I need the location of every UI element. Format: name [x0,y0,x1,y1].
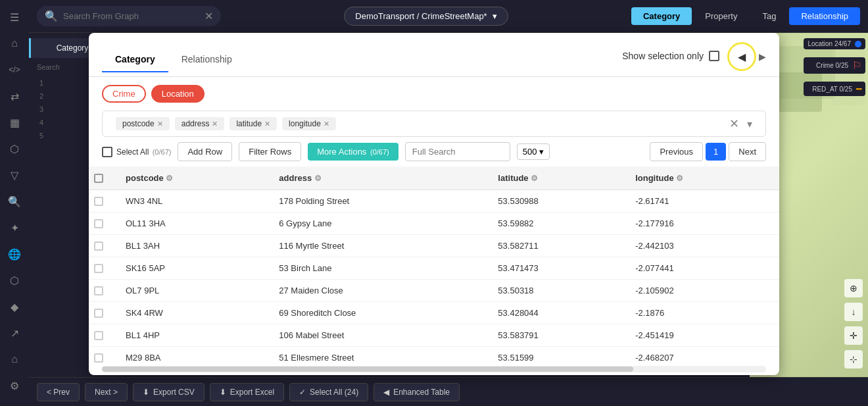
select-all-bottom-button[interactable]: ✓ Select All (24) [289,383,368,401]
tab-property[interactable]: Property [693,7,749,25]
export-csv-button[interactable]: ⬇ Export CSV [133,383,205,401]
page-size-chevron[interactable]: ▾ [539,147,544,157]
house-icon[interactable]: ⌂ [3,347,26,371]
previous-button[interactable]: Previous [650,142,703,161]
filter-rows-button[interactable]: Filter Rows [239,142,301,161]
export-excel-button[interactable]: ⬇ Export Excel [210,383,284,401]
add-row-button[interactable]: Add Row [178,142,232,161]
row-checkbox-1[interactable] [89,213,115,235]
badge-location: Location 24/67 [804,38,865,49]
grid-icon[interactable]: ▦ [3,111,26,134]
select-all-checkbox[interactable] [102,147,112,157]
map-move-icon[interactable]: ✛ [844,326,863,345]
row-checkbox-7[interactable] [89,347,115,364]
globe-icon[interactable]: 🌐 [3,242,26,266]
filter-tag-latitude[interactable]: latitude ✕ [229,117,277,130]
filter-icon[interactable]: ▽ [3,163,26,187]
filter-expand-icon[interactable]: ▾ [747,118,752,130]
row-latitude-4: 53.50318 [487,280,625,302]
filter-tag-longitude-remove[interactable]: ✕ [324,120,329,128]
next-button[interactable]: Next [729,142,766,161]
filter-tag-longitude[interactable]: longitude ✕ [282,117,336,130]
graph-title-text: DemoTransport / CrimeStreetMap* [355,11,487,21]
graph-title-chevron[interactable]: ▾ [493,11,497,21]
row-checkbox-3[interactable] [89,257,115,280]
code-icon[interactable]: </> [3,58,26,82]
tab-category[interactable]: Category [631,7,692,25]
row-address-1: 6 Gypsy Lane [268,213,487,235]
search-sidebar-icon[interactable]: 🔍 [3,190,26,213]
pagination: Previous 1 Next [650,142,766,161]
diamond-icon[interactable]: ◆ [3,295,26,318]
filter-tag-latitude-remove[interactable]: ✕ [264,120,270,128]
modal-tab-relationship[interactable]: Relationship [168,47,245,72]
filter-tag-address-remove[interactable]: ✕ [212,120,218,128]
row-longitude-2: -2.442103 [625,235,779,257]
bottom-bar: < Prev Next > ⬇ Export CSV ⬇ Export Exce… [29,377,868,406]
longitude-gear-icon[interactable]: ⚙ [676,174,683,183]
row-checkbox-2[interactable] [89,235,115,257]
pill-crime[interactable]: Crime [102,85,146,103]
more-actions-button[interactable]: More Actions (0/67) [308,143,398,161]
address-gear-icon[interactable]: ⚙ [314,174,322,183]
row-checkbox-4[interactable] [89,280,115,302]
badge-crime-label: Crime 0/25 [816,62,848,69]
table-icon: ◀ [383,388,389,397]
check-icon: ✓ [299,388,306,397]
settings-icon[interactable]: ⚙ [3,374,26,397]
home-icon[interactable]: ⌂ [3,32,26,55]
row-latitude-3: 53.471473 [487,257,625,280]
pill-location[interactable]: Location [151,85,205,103]
row-latitude-0: 53.530988 [487,190,625,213]
h-scroll-thumb[interactable] [102,367,633,372]
map-target-icon[interactable]: ⊹ [844,350,863,368]
transfer-icon[interactable]: ⇄ [3,84,26,108]
crime-icon: ⚐ [852,59,861,72]
node-icon[interactable]: ✦ [3,216,26,240]
hexagon-icon[interactable]: ⬡ [3,137,26,161]
tab-relationship[interactable]: Relationship [789,7,860,25]
table-row: OL11 3HA 6 Gypsy Lane 53.59882 -2.177916 [89,213,779,235]
map-locate-icon[interactable]: ⊕ [844,279,863,297]
full-search-input[interactable] [405,142,510,161]
location-dot [855,41,861,47]
badge-crime: Crime 0/25 ⚐ [804,57,865,74]
row-checkbox-6[interactable] [89,324,115,347]
next-bottom-button[interactable]: Next > [85,383,128,401]
graph-title[interactable]: DemoTransport / CrimeStreetMap* ▾ [344,7,508,26]
filter-tag-postcode[interactable]: postcode ✕ [116,117,170,130]
map-down-arrow-icon[interactable]: ↓ [844,303,863,321]
row-checkbox-0[interactable] [89,190,115,213]
horizontal-scrollbar[interactable] [102,366,766,372]
table-row: SK4 4RW 69 Shoreditch Close 53.428044 -2… [89,302,779,324]
show-selection-label: Show selection only [622,51,704,61]
row-postcode-0: WN3 4NL [115,190,268,213]
download-icon: ⬇ [143,388,149,397]
page-1-button[interactable]: 1 [706,143,726,161]
export-icon[interactable]: ↗ [3,321,26,345]
tab-tag[interactable]: Tag [750,7,788,25]
prev-button[interactable]: < Prev [37,383,80,401]
search-box[interactable]: 🔍 ✕ [37,6,221,26]
row-postcode-4: OL7 9PL [115,280,268,302]
page-size-select[interactable]: 500 ▾ [517,143,550,160]
menu-icon[interactable]: ☰ [3,5,26,29]
filter-tag-postcode-remove[interactable]: ✕ [157,120,163,128]
nav-right-icon[interactable]: ▶ [759,51,766,62]
search-input[interactable] [63,11,199,21]
row-checkbox-5[interactable] [89,302,115,324]
modal-tab-category[interactable]: Category [102,47,168,72]
table-row: M29 8BA 51 Ellesmere Street 53.51599 -2.… [89,347,779,364]
enhanced-table-button[interactable]: ◀ Enhanced Table [374,383,460,401]
show-selection-checkbox[interactable] [709,51,719,61]
filter-tag-address[interactable]: address ✕ [175,117,225,130]
postcode-gear-icon[interactable]: ⚙ [166,174,173,183]
package-icon[interactable]: ⬡ [3,268,26,292]
col-checkbox-header [89,166,115,190]
filter-clear-icon[interactable]: ✕ [729,116,739,131]
search-clear-icon[interactable]: ✕ [205,10,213,22]
latitude-gear-icon[interactable]: ⚙ [531,174,538,183]
row-address-2: 116 Myrtle Street [268,235,487,257]
nav-circle-icon[interactable]: ◀ [727,42,756,71]
row-postcode-7: M29 8BA [115,347,268,364]
